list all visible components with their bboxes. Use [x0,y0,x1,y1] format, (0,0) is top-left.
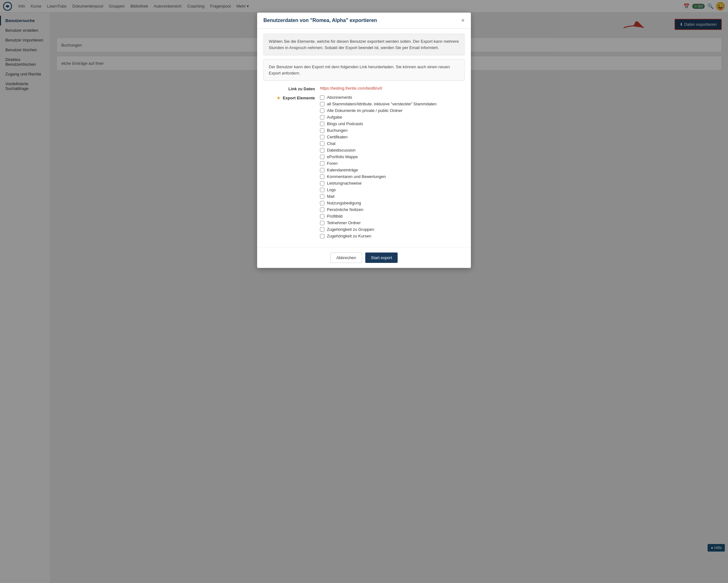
checkbox-item-11: Kalendareinträge [320,168,437,172]
checkbox-label-13: Leistungnachweise [327,181,362,185]
link-info-text: Der Benutzer kann den Export mit dem fol… [269,65,450,75]
checkbox-item-12: Kommentaren und Bewertungen [320,174,437,179]
modal-body: Wählen Sie die Elemente, welche für dies… [257,29,471,247]
checkbox-label-14: Logs [327,187,336,192]
link-zu-daten-row: Link zu Daten https://testing.frentix.co… [263,86,465,91]
checkbox-17[interactable] [320,207,324,212]
link-value[interactable]: https://testing.frentix.com/test8/url/ [320,86,382,91]
required-star: ★ [277,96,280,100]
checkbox-label-5: Buchungen [327,128,348,133]
cancel-button[interactable]: Abbrechen [330,253,362,263]
info-text: Wählen Sie die Elemente, welche für dies… [269,39,459,50]
checkbox-6[interactable] [320,135,324,139]
export-modal: Benutzerdaten von "Romea, Alpha" exporti… [257,12,471,268]
checkbox-label-6: Certifikaten [327,134,348,139]
checkbox-10[interactable] [320,161,324,166]
checkbox-label-2: Alle Dokumente im private / public Ordne… [327,108,403,113]
checkbox-label-4: Blogs und Podcasts [327,121,363,126]
checkbox-1[interactable] [320,102,324,106]
checkbox-item-4: Blogs und Podcasts [320,121,437,126]
start-export-button[interactable]: Start export [365,253,398,263]
checkbox-13[interactable] [320,181,324,185]
checkbox-item-13: Leistungnachweise [320,181,437,185]
modal-footer: Abbrechen Start export [257,247,471,268]
checkbox-7[interactable] [320,142,324,146]
checkbox-item-10: Foren [320,161,437,166]
checkbox-18[interactable] [320,214,324,219]
checkbox-item-15: Mail [320,194,437,199]
checkbox-item-21: Zugehörigkeit zu Kursen [320,234,437,238]
checkbox-item-18: Profilbild [320,214,437,219]
checkbox-19[interactable] [320,221,324,225]
link-info-box: Der Benutzer kann den Export mit dem fol… [263,59,465,81]
checkbox-16[interactable] [320,201,324,205]
modal-close-button[interactable]: × [461,18,465,23]
checkbox-item-9: ePortfolio Mappe [320,154,437,159]
checkbox-item-16: Nutzungsbedigung [320,201,437,205]
checkbox-label-7: Chat [327,141,335,146]
checkbox-item-19: Teilnehmer Ordner [320,221,437,225]
checkbox-label-15: Mail [327,194,334,199]
checkbox-item-2: Alle Dokumente im private / public Ordne… [320,108,437,113]
checkbox-label-16: Nutzungsbedigung [327,201,361,205]
checkbox-item-0: Abonnements [320,95,437,100]
checkbox-20[interactable] [320,227,324,232]
info-box: Wählen Sie die Elemente, welche für dies… [263,34,465,55]
checkbox-label-19: Teilnehmer Ordner [327,221,361,225]
checkbox-14[interactable] [320,188,324,192]
checkbox-4[interactable] [320,122,324,126]
export-elemente-label: ★ Export Elemente [263,95,320,100]
checkbox-2[interactable] [320,108,324,113]
checkbox-item-5: Buchungen [320,128,437,133]
checkbox-0[interactable] [320,95,324,100]
checkbox-label-9: ePortfolio Mappe [327,154,358,159]
checkbox-15[interactable] [320,194,324,199]
checkbox-label-8: Dateidiscussion [327,148,356,153]
checkbox-label-17: Persönliche Notizen [327,207,363,212]
checkbox-label-18: Profilbild [327,214,343,219]
modal-backdrop: Benutzerdaten von "Romea, Alpha" exporti… [0,0,728,583]
checkbox-label-20: Zugehörigkeit zu Gruppen [327,227,374,232]
checkbox-item-3: Aufgabe [320,115,437,120]
checkbox-3[interactable] [320,115,324,120]
checkbox-label-0: Abonnements [327,95,352,100]
checkbox-9[interactable] [320,155,324,159]
checkbox-21[interactable] [320,234,324,238]
checkbox-list: Abonnementsall Stammdaten/Attribute, ink… [320,95,437,238]
checkbox-item-1: all Stammdaten/Attribute, inklusive "ver… [320,102,437,106]
checkbox-label-3: Aufgabe [327,115,342,120]
export-elemente-row: ★ Export Elemente Abonnementsall Stammda… [263,95,465,238]
checkbox-label-12: Kommentaren und Bewertungen [327,174,386,179]
checkbox-item-14: Logs [320,187,437,192]
checkbox-item-17: Persönliche Notizen [320,207,437,212]
checkbox-item-7: Chat [320,141,437,146]
modal-header: Benutzerdaten von "Romea, Alpha" exporti… [257,12,471,29]
checkbox-item-20: Zugehörigkeit zu Gruppen [320,227,437,232]
checkbox-11[interactable] [320,168,324,172]
checkbox-5[interactable] [320,128,324,133]
checkbox-label-11: Kalendareinträge [327,168,358,172]
checkbox-label-1: all Stammdaten/Attribute, inklusive "ver… [327,102,437,106]
modal-title: Benutzerdaten von "Romea, Alpha" exporti… [263,18,377,23]
checkbox-item-8: Dateidiscussion [320,148,437,153]
checkbox-8[interactable] [320,148,324,153]
checkbox-item-6: Certifikaten [320,134,437,139]
checkbox-label-10: Foren [327,161,338,166]
checkbox-12[interactable] [320,175,324,179]
checkbox-label-21: Zugehörigkeit zu Kursen [327,234,371,238]
link-zu-daten-label: Link zu Daten [263,86,320,91]
